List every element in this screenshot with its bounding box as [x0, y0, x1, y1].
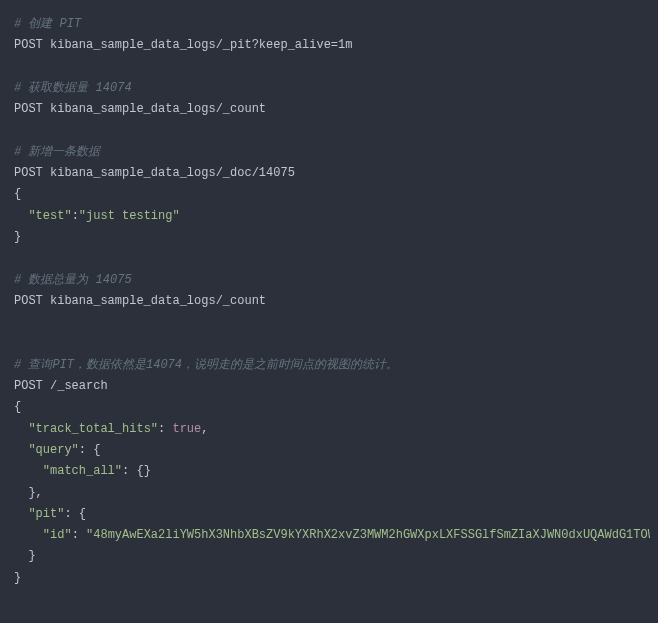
line-open-brace-2: {: [14, 400, 21, 414]
line-post-count-2: POST kibana_sample_data_logs/_count: [14, 294, 266, 308]
line-match-all: "match_all": {}: [14, 464, 151, 478]
line-pit-id: "id": "48myAwEXa2liYW5hX3NhbXBsZV9kYXRhX…: [14, 528, 650, 542]
line-pit-close: }: [14, 549, 36, 563]
line-open-brace-1: {: [14, 187, 21, 201]
line-post-search: POST /_search: [14, 379, 108, 393]
line-test-kv: "test":"just testing": [14, 209, 180, 223]
line-pit-open: "pit": {: [14, 507, 86, 521]
line-query-close: },: [14, 486, 43, 500]
line-query-open: "query": {: [14, 443, 100, 457]
comment-create-pit: # 创建 PIT: [14, 17, 81, 31]
comment-total-14075: # 数据总量为 14075: [14, 273, 132, 287]
line-track-total-hits: "track_total_hits": true,: [14, 422, 208, 436]
line-close-brace-2: }: [14, 571, 21, 585]
comment-get-count-14074: # 获取数据量 14074: [14, 81, 132, 95]
line-post-doc: POST kibana_sample_data_logs/_doc/14075: [14, 166, 295, 180]
line-post-count-1: POST kibana_sample_data_logs/_count: [14, 102, 266, 116]
code-block: # 创建 PIT POST kibana_sample_data_logs/_p…: [0, 0, 650, 612]
comment-query-pit: # 查询PIT，数据依然是14074，说明走的是之前时间点的视图的统计。: [14, 358, 398, 372]
line-post-pit: POST kibana_sample_data_logs/_pit?keep_a…: [14, 38, 352, 52]
line-close-brace-1: }: [14, 230, 21, 244]
comment-insert-one: # 新增一条数据: [14, 145, 100, 159]
